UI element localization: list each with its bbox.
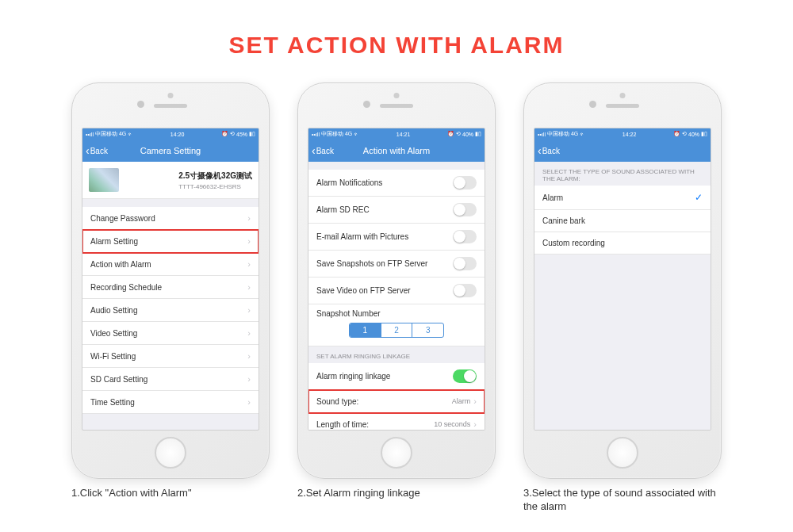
chevron-left-icon: ‹ [312, 145, 316, 156]
device-id: TTTT-496632-EHSRS [178, 183, 252, 190]
orientation-icon: ⟲ [682, 131, 687, 137]
phone-1: ••ıll 中国移动 4G ᯤ 14:20 ⏰ ⟲ 45% ▮▯ ‹ [71, 82, 270, 479]
row-alarm-ringing-linkage[interactable]: Alarm ringing linkage [308, 363, 485, 390]
chevron-right-icon: › [247, 282, 251, 292]
label: Wi-Fi Setting [90, 352, 247, 361]
device-cell[interactable]: 2.5寸摄像机32G测试 TTTT-496632-EHSRS [82, 162, 259, 199]
toggle[interactable] [453, 203, 477, 216]
toggle[interactable] [453, 257, 477, 270]
label: Video Setting [90, 329, 247, 338]
carrier-label: 中国移动 4G [95, 130, 126, 138]
segmented-control[interactable]: 1 2 3 [349, 323, 444, 338]
label: Save Video on FTP Server [316, 286, 453, 295]
seg-2[interactable]: 2 [381, 323, 413, 337]
toggle[interactable] [453, 176, 477, 189]
orientation-icon: ⟲ [230, 131, 235, 137]
label: SD Card Setting [90, 375, 247, 384]
phones-row: ••ıll 中国移动 4G ᯤ 14:20 ⏰ ⟲ 45% ▮▯ ‹ [0, 82, 793, 514]
chevron-right-icon: › [247, 374, 251, 384]
label: Length of time: [316, 420, 434, 429]
carrier-label: 中国移动 4G [321, 130, 352, 138]
label: Audio Setting [90, 306, 247, 315]
back-label: Back [90, 147, 108, 155]
row-alarm-sd-rec[interactable]: Alarm SD REC [308, 197, 485, 224]
speaker-slot [380, 104, 413, 108]
content-3: SELECT THE TYPE OF SOUND ASSOCIATED WITH… [534, 162, 711, 431]
phone-2-col: ••ıll 中国移动 4G ᯤ 14:21 ⏰ ⟲ 40% ▮▯ ‹ [297, 82, 496, 514]
row-alarm-notifications[interactable]: Alarm Notifications [308, 170, 485, 197]
label: Save Snapshots on FTP Server [316, 259, 453, 268]
row-sound-type[interactable]: Sound type:Alarm› [308, 390, 485, 413]
status-time: 14:22 [623, 132, 637, 137]
home-button[interactable] [381, 437, 412, 469]
wifi-icon: ᯤ [128, 132, 133, 137]
toggle[interactable] [453, 284, 477, 297]
row-sound-custom[interactable]: Custom recording [534, 232, 711, 255]
label: E-mail Alarm with Pictures [316, 232, 453, 241]
row-sound-alarm[interactable]: Alarm✓ [534, 186, 711, 210]
nav-bar: ‹ Back [534, 140, 711, 162]
back-button[interactable]: ‹ Back [538, 145, 560, 156]
row-change-password[interactable]: Change Password› [82, 207, 259, 230]
alarm-icon: ⏰ [447, 131, 454, 137]
speaker-slot [606, 104, 639, 108]
camera-dot [363, 101, 370, 108]
content-1: 2.5寸摄像机32G测试 TTTT-496632-EHSRS Change Pa… [82, 162, 259, 414]
label: Custom recording [542, 239, 703, 247]
sensor-dot [620, 93, 626, 98]
row-action-with-alarm[interactable]: Action with Alarm› [82, 253, 259, 276]
check-icon: ✓ [695, 192, 703, 203]
toggle[interactable] [453, 369, 477, 383]
phone-3: ••ıll 中国移动 4G ᯤ 14:22 ⏰ ⟲ 40% ▮▯ ‹ [523, 82, 722, 479]
label: Alarm Notifications [316, 178, 453, 187]
alarm-icon: ⏰ [221, 131, 228, 137]
value: Alarm [452, 397, 471, 405]
home-button[interactable] [155, 437, 186, 469]
label: Alarm [542, 193, 695, 202]
battery-pct: 40% [688, 132, 699, 137]
signal-icon: ••ıll [538, 132, 546, 137]
value: 10 seconds [434, 420, 470, 428]
row-sd-card-setting[interactable]: SD Card Setting› [82, 368, 259, 391]
back-button[interactable]: ‹ Back [312, 145, 334, 156]
row-time-setting[interactable]: Time Setting› [82, 391, 259, 414]
row-save-video-ftp[interactable]: Save Video on FTP Server [308, 277, 485, 304]
page-title: SET ACTION WITH ALARM [0, 0, 793, 82]
status-bar: ••ıll 中国移动 4G ᯤ 14:22 ⏰ ⟲ 40% ▮▯ [534, 128, 711, 140]
row-sound-canine[interactable]: Canine bark [534, 210, 711, 232]
home-button[interactable] [607, 437, 638, 469]
chevron-right-icon: › [247, 236, 251, 246]
phone-2: ••ıll 中国移动 4G ᯤ 14:21 ⏰ ⟲ 40% ▮▯ ‹ [297, 82, 496, 479]
orientation-icon: ⟲ [456, 131, 461, 137]
nav-bar: ‹ Back Camera Setting [82, 140, 259, 162]
row-save-snapshots-ftp[interactable]: Save Snapshots on FTP Server [308, 251, 485, 277]
toggle[interactable] [453, 230, 477, 243]
label: Alarm Setting [90, 237, 247, 246]
row-audio-setting[interactable]: Audio Setting› [82, 299, 259, 322]
status-time: 14:21 [396, 132, 411, 137]
chevron-right-icon: › [473, 419, 477, 429]
back-label: Back [316, 147, 334, 155]
chevron-right-icon: › [247, 259, 251, 269]
battery-icon: ▮▯ [249, 131, 255, 137]
label: Action with Alarm [90, 260, 247, 269]
caption-1: 1.Click "Action with Alarm" [71, 487, 270, 500]
row-recording-schedule[interactable]: Recording Schedule› [82, 276, 259, 299]
wifi-icon: ᯤ [580, 132, 585, 137]
device-thumbnail [89, 168, 119, 192]
row-alarm-setting[interactable]: Alarm Setting› [82, 230, 259, 253]
signal-icon: ••ıll [86, 132, 94, 137]
label: Alarm ringing linkage [316, 372, 453, 381]
phone-1-col: ••ıll 中国移动 4G ᯤ 14:20 ⏰ ⟲ 45% ▮▯ ‹ [71, 82, 270, 514]
wifi-icon: ᯤ [354, 132, 359, 137]
status-bar: ••ıll 中国移动 4G ᯤ 14:20 ⏰ ⟲ 45% ▮▯ [82, 128, 259, 140]
back-button[interactable]: ‹ Back [86, 145, 108, 156]
seg-1[interactable]: 1 [350, 323, 381, 337]
row-video-setting[interactable]: Video Setting› [82, 322, 259, 345]
row-length-of-time[interactable]: Length of time:10 seconds› [308, 413, 485, 431]
seg-3[interactable]: 3 [412, 323, 443, 337]
row-email-alarm[interactable]: E-mail Alarm with Pictures [308, 224, 485, 251]
screen-2: ••ıll 中国移动 4G ᯤ 14:21 ⏰ ⟲ 40% ▮▯ ‹ [308, 128, 485, 431]
row-wifi-setting[interactable]: Wi-Fi Setting› [82, 345, 259, 368]
nav-bar: ‹ Back Action with Alarm [308, 140, 485, 162]
